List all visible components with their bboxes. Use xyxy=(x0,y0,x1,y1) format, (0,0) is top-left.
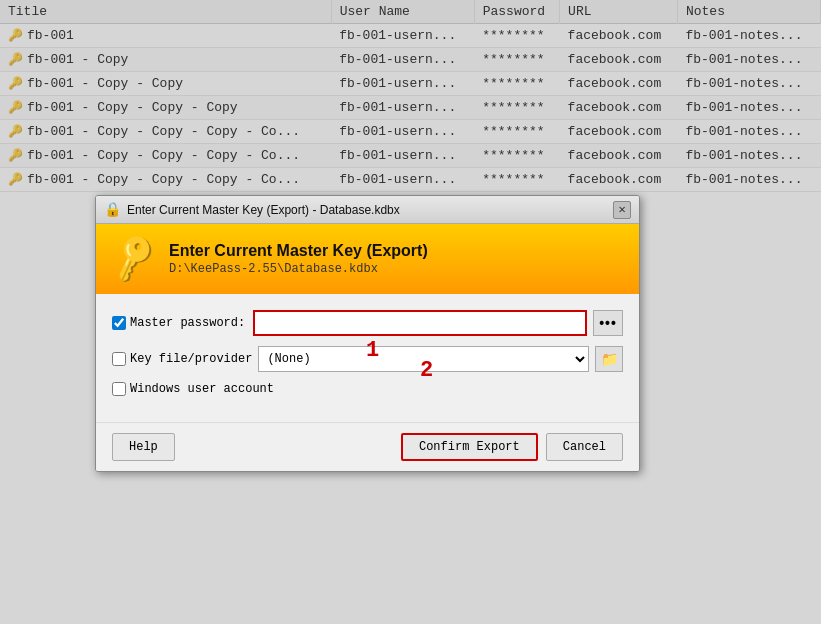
dialog-titlebar: 🔒 Enter Current Master Key (Export) - Da… xyxy=(96,196,639,224)
dialog-body: Master password: ••• Key file/provider (… xyxy=(96,294,639,422)
confirm-export-button[interactable]: Confirm Export xyxy=(401,433,538,461)
lock-icon: 🔒 xyxy=(104,201,121,218)
show-password-button[interactable]: ••• xyxy=(593,310,623,336)
master-password-input[interactable] xyxy=(253,310,587,336)
modal-overlay: 🔒 Enter Current Master Key (Export) - Da… xyxy=(0,0,821,624)
footer-right-buttons: Confirm Export Cancel xyxy=(401,433,623,461)
dialog-footer: Help Confirm Export Cancel xyxy=(96,422,639,471)
master-password-label[interactable]: Master password: xyxy=(112,316,247,330)
header-subtitle: D:\KeePass-2.55\Database.kdbx xyxy=(169,262,428,276)
key-icon: 🔑 xyxy=(106,231,163,288)
help-button[interactable]: Help xyxy=(112,433,175,461)
keyfile-checkbox[interactable] xyxy=(112,352,126,366)
header-text: Enter Current Master Key (Export) D:\Kee… xyxy=(169,242,428,276)
keyfile-label[interactable]: Key file/provider xyxy=(112,352,252,366)
windows-account-label[interactable]: Windows user account xyxy=(112,382,274,396)
windows-account-row: Windows user account xyxy=(112,382,623,396)
browse-keyfile-button[interactable]: 📁 xyxy=(595,346,623,372)
close-button[interactable]: ✕ xyxy=(613,201,631,219)
windows-account-checkbox[interactable] xyxy=(112,382,126,396)
keyfile-row: Key file/provider (None) 📁 xyxy=(112,346,623,372)
master-password-checkbox[interactable] xyxy=(112,316,126,330)
dialog-title: Enter Current Master Key (Export) - Data… xyxy=(127,203,400,217)
master-password-row: Master password: ••• xyxy=(112,310,623,336)
titlebar-left: 🔒 Enter Current Master Key (Export) - Da… xyxy=(104,201,400,218)
master-key-dialog: 🔒 Enter Current Master Key (Export) - Da… xyxy=(95,195,640,472)
dialog-header: 🔑 Enter Current Master Key (Export) D:\K… xyxy=(96,224,639,294)
keyfile-select[interactable]: (None) xyxy=(258,346,589,372)
cancel-button[interactable]: Cancel xyxy=(546,433,623,461)
header-title: Enter Current Master Key (Export) xyxy=(169,242,428,260)
